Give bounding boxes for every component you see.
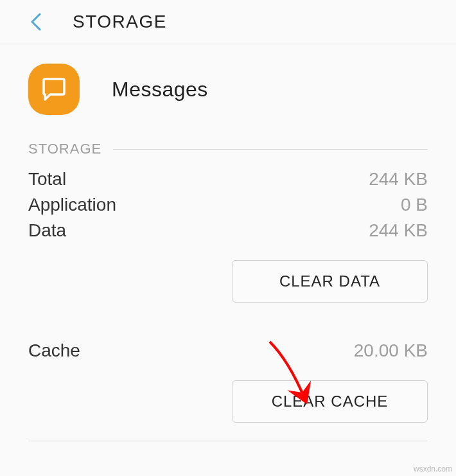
- app-name: Messages: [112, 78, 208, 101]
- clear-cache-row: CLEAR CACHE: [0, 364, 456, 429]
- app-row: Messages: [0, 44, 456, 141]
- data-label: Data: [28, 220, 66, 241]
- back-icon[interactable]: [28, 13, 44, 31]
- total-label: Total: [28, 169, 66, 190]
- total-row: Total 244 KB: [0, 166, 456, 192]
- clear-data-button[interactable]: CLEAR DATA: [232, 260, 428, 303]
- cache-label: Cache: [28, 340, 80, 361]
- divider: [28, 441, 428, 441]
- header: STORAGE: [0, 0, 456, 44]
- divider: [113, 149, 428, 150]
- cache-value: 20.00 KB: [354, 340, 428, 361]
- data-row: Data 244 KB: [0, 218, 456, 243]
- data-value: 244 KB: [369, 220, 428, 241]
- application-row: Application 0 B: [0, 192, 456, 218]
- page-title: STORAGE: [73, 12, 167, 32]
- section-title: STORAGE: [28, 141, 101, 157]
- application-label: Application: [28, 195, 116, 215]
- section-header: STORAGE: [0, 141, 456, 157]
- clear-cache-button[interactable]: CLEAR CACHE: [232, 380, 428, 423]
- application-value: 0 B: [401, 195, 428, 215]
- watermark: wsxdn.com: [414, 464, 452, 473]
- total-value: 244 KB: [369, 169, 428, 190]
- cache-row: Cache 20.00 KB: [0, 338, 456, 364]
- clear-data-row: CLEAR DATA: [0, 243, 456, 309]
- messages-app-icon: [28, 64, 80, 115]
